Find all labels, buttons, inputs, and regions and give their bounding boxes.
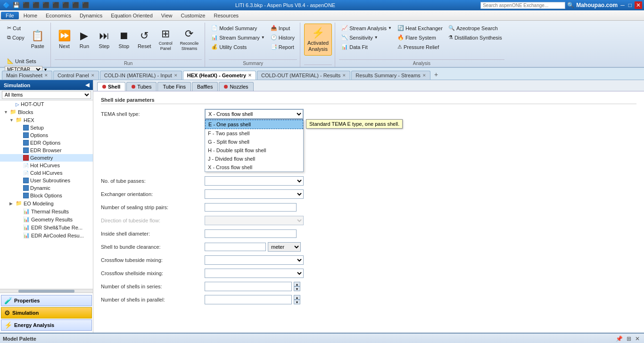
shells-parallel-input[interactable] — [205, 295, 292, 304]
tree-item-geometry[interactable]: Geometry — [0, 154, 93, 162]
report-button[interactable]: 📑 Report — [268, 42, 297, 51]
qa-btn-8[interactable]: ⬛ — [81, 2, 90, 8]
qa-btn-5[interactable]: ⬛ — [51, 2, 60, 8]
menu-equation-oriented[interactable]: Equation Oriented — [107, 12, 157, 19]
reconcile-streams-button[interactable]: ⟳ ReconcileStreams — [177, 24, 202, 56]
crossflow-shellside-select[interactable] — [205, 269, 304, 278]
tab-cold-out-results[interactable]: COLD-OUT (MATERIAL) - Results ✕ — [257, 71, 350, 80]
sidebar-energy-analysis-section[interactable]: ⚡ Energy Analysis — [1, 319, 92, 331]
orientation-select[interactable] — [205, 189, 304, 199]
minimize-btn[interactable]: ─ — [619, 2, 626, 8]
menu-file[interactable]: File — [1, 12, 19, 19]
input-button[interactable]: 📥 Input — [268, 24, 297, 33]
flare-system-button[interactable]: 🔥 Flare System — [395, 33, 445, 42]
reset-button[interactable]: ↺ Reset — [134, 24, 155, 56]
dropdown-item-j[interactable]: J - Divided flow shell — [205, 155, 303, 163]
tree-item-edr-options[interactable]: EDR Options — [0, 139, 93, 147]
subtab-tube-fins[interactable]: Tube Fins — [157, 82, 191, 91]
shell-diameter-input[interactable] — [205, 229, 297, 238]
shells-series-down[interactable]: ▼ — [294, 286, 300, 291]
tab-close-hex-geometry[interactable]: ✕ — [248, 73, 252, 78]
stream-summary-button[interactable]: 📊 Stream Summary ▼ — [209, 33, 267, 42]
sidebar-properties-section[interactable]: 🧪 Properties — [1, 295, 92, 306]
activated-analysis-button[interactable]: ⚡ ActivatedAnalysis — [304, 24, 332, 56]
tree-item-dynamic[interactable]: Dynamic — [0, 184, 93, 192]
tree-item-edr-aircooled[interactable]: 📊 EDR AirCooled Resu... — [0, 231, 93, 239]
subtab-baffles[interactable]: Baffles — [192, 82, 218, 91]
shells-series-up[interactable]: ▲ — [294, 282, 300, 286]
tree-item-hot-out[interactable]: ▷ HOT-OUT — [0, 100, 93, 108]
tree-item-user-subroutines[interactable]: User Subroutines — [0, 177, 93, 184]
search-icon[interactable]: 🔍 — [567, 2, 574, 8]
cut-button[interactable]: ✂ Cut — [5, 24, 27, 33]
sidebar-simulation-section[interactable]: ⚙ Simulation — [1, 307, 92, 318]
run-button[interactable]: ▶ Run — [75, 24, 94, 56]
tree-item-blocks[interactable]: ▼ 📁 Blocks — [0, 108, 93, 116]
shells-series-input[interactable] — [205, 282, 292, 291]
stream-analysis-dropdown-icon[interactable]: ▼ — [388, 26, 392, 30]
history-button[interactable]: 🕐 History — [268, 33, 297, 42]
sensitivity-dropdown-icon[interactable]: ▼ — [374, 35, 378, 40]
close-btn[interactable]: ✕ — [635, 1, 642, 9]
bundle-clearance-input[interactable] — [205, 243, 266, 251]
menu-customize[interactable]: Customize — [177, 12, 209, 19]
stream-summary-dropdown-icon[interactable]: ▼ — [261, 35, 265, 40]
expander-eo[interactable]: ▶ — [9, 201, 14, 206]
palette-float-btn[interactable]: ⊞ — [625, 335, 633, 343]
tree-item-thermal-results[interactable]: 📊 Thermal Results — [0, 207, 93, 215]
dropdown-item-g[interactable]: G - Split flow shell — [205, 138, 303, 146]
tree-item-setup[interactable]: Setup — [0, 124, 93, 131]
tab-close-control-panel[interactable]: ✕ — [91, 73, 95, 78]
tree-item-block-options[interactable]: Block Options — [0, 192, 93, 199]
stop-button[interactable]: ⏹ Stop — [115, 24, 133, 56]
sidebar-filter-select[interactable]: All Items Blocks Streams — [2, 91, 91, 99]
tema-shell-select[interactable]: X - Cross flow shell — [205, 109, 304, 119]
crossflow-tubeside-select[interactable] — [205, 255, 304, 265]
sidebar-hscroll[interactable] — [0, 289, 93, 293]
bundle-clearance-unit[interactable]: meter — [268, 242, 301, 252]
subtab-tubes[interactable]: Tubes — [126, 82, 157, 91]
menu-economics[interactable]: Economics — [42, 12, 75, 19]
tree-item-eo-modeling[interactable]: ▶ 📁 EO Modeling — [0, 199, 93, 207]
tree-item-hex[interactable]: ▼ 📁 HEX — [0, 116, 93, 124]
expander-blocks[interactable]: ▼ — [4, 110, 8, 114]
menu-resources[interactable]: Resources — [210, 12, 242, 19]
tab-add-button[interactable]: + — [431, 69, 441, 80]
qa-btn-6[interactable]: ⬛ — [61, 2, 70, 8]
qa-btn-3[interactable]: ⬛ — [32, 2, 41, 8]
menu-home[interactable]: Home — [20, 12, 41, 19]
model-summary-button[interactable]: 📄 Model Summary — [209, 24, 267, 33]
tab-cold-in-input[interactable]: COLD-IN (MATERIAL) - Input ✕ — [100, 71, 182, 80]
subtab-shell[interactable]: Shell — [97, 82, 125, 91]
tree-item-edr-shelltube[interactable]: 📊 EDR Shell&Tube Re... — [0, 223, 93, 231]
sensitivity-button[interactable]: 📉 Sensitivity ▼ — [339, 33, 394, 42]
menu-dynamics[interactable]: Dynamics — [76, 12, 106, 19]
copy-button[interactable]: ⧉ Copy — [5, 33, 27, 42]
sealing-input[interactable] — [205, 203, 297, 212]
stream-analysis-button[interactable]: 📈 Stream Analysis ▼ — [339, 24, 394, 33]
tab-main-flowsheet[interactable]: Main Flowsheet ✕ — [2, 71, 52, 80]
qa-btn-7[interactable]: ⬛ — [71, 2, 80, 8]
qa-btn-4[interactable]: ⬛ — [41, 2, 50, 8]
dropdown-item-f[interactable]: F - Two pass shell — [205, 129, 303, 138]
tab-close-cold-out[interactable]: ✕ — [342, 73, 346, 78]
data-fit-button[interactable]: 📊 Data Fit — [339, 42, 394, 51]
tree-item-options[interactable]: Options — [0, 131, 93, 139]
unit-sets-button[interactable]: 📐 Unit Sets — [5, 57, 48, 65]
qa-btn-2[interactable]: ⬛ — [22, 2, 31, 8]
tree-item-hot-hcurves[interactable]: 📄 Hot HCurves — [0, 162, 93, 169]
next-button[interactable]: ⏩ Next — [55, 24, 74, 56]
dropdown-item-h[interactable]: H - Double split flow shell — [205, 146, 303, 155]
control-panel-button[interactable]: ⊞ ControlPanel — [156, 24, 176, 56]
search-input[interactable] — [480, 2, 565, 9]
tab-close-main-flowsheet[interactable]: ✕ — [44, 73, 48, 78]
tube-passes-select[interactable] — [205, 176, 304, 186]
dropdown-item-e[interactable]: E - One pass shell — [205, 120, 303, 129]
tab-results-summary[interactable]: Results Summary - Streams ✕ — [351, 71, 430, 80]
paste-button[interactable]: 📋 Paste — [28, 24, 48, 56]
tab-hex-geometry[interactable]: HEX (HeatX) - Geometry ✕ — [183, 71, 256, 80]
palette-close-btn[interactable]: ✕ — [634, 335, 641, 343]
step-button[interactable]: ⏭ Step — [95, 24, 114, 56]
tubeside-direction-select[interactable] — [205, 216, 304, 225]
utility-costs-button[interactable]: 💰 Utility Costs — [209, 42, 267, 51]
